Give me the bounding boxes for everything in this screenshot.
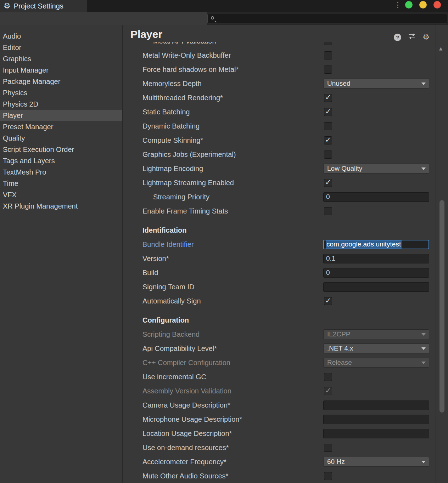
sidebar-item-package-manager[interactable]: Package Manager bbox=[0, 76, 122, 87]
field-value: com.google.ads.unitytest bbox=[326, 240, 402, 249]
sidebar-item-physics[interactable]: Physics bbox=[0, 87, 122, 98]
sidebar-item-player[interactable]: Player bbox=[0, 110, 122, 121]
location-usage-description-field[interactable] bbox=[323, 429, 429, 438]
settings-row: Streaming Priority0 bbox=[123, 190, 435, 204]
settings-row: Multithreaded Rendering* bbox=[123, 91, 435, 105]
kebab-menu-icon[interactable]: ⋮ bbox=[394, 1, 402, 9]
traffic-light-yellow[interactable] bbox=[419, 1, 427, 8]
dropdown-value: .NET 4.x bbox=[327, 345, 353, 352]
traffic-light-red[interactable] bbox=[433, 1, 441, 8]
scrollbar-thumb[interactable] bbox=[439, 200, 444, 413]
static-batching-checkbox[interactable] bbox=[324, 108, 332, 116]
panel-gear-icon[interactable]: ⚙ bbox=[422, 33, 430, 41]
setting-control bbox=[323, 105, 429, 119]
signing-team-id-field[interactable] bbox=[323, 282, 429, 292]
dropdown-value: 60 Hz bbox=[327, 458, 345, 466]
search-input[interactable] bbox=[217, 14, 444, 23]
section-header-identification: Identification bbox=[123, 223, 435, 237]
sidebar-item-editor[interactable]: Editor bbox=[0, 42, 122, 53]
window-controls bbox=[405, 1, 441, 8]
sidebar-item-time[interactable]: Time bbox=[0, 178, 122, 189]
sidebar-item-quality[interactable]: Quality bbox=[0, 132, 122, 144]
microphone-usage-description-field[interactable] bbox=[323, 415, 429, 424]
setting-label: Use incremental GC bbox=[142, 373, 206, 381]
settings-row: Microphone Usage Description* bbox=[123, 412, 435, 426]
multithreaded-rendering-checkbox[interactable] bbox=[324, 94, 332, 102]
dropdown-value: Unused bbox=[327, 80, 351, 87]
force-hard-shadows-on-metal-checkbox[interactable] bbox=[324, 66, 332, 74]
setting-label: Graphics Jobs (Experimental) bbox=[142, 150, 236, 159]
settings-row: Accelerometer Frequency*60 Hz bbox=[123, 455, 435, 469]
setting-control: Unused bbox=[323, 76, 429, 91]
sidebar-item-physics-2d[interactable]: Physics 2D bbox=[0, 98, 122, 110]
traffic-light-green[interactable] bbox=[405, 1, 413, 8]
sidebar-item-vfx[interactable]: VFX bbox=[0, 189, 122, 200]
setting-label: Version* bbox=[142, 255, 169, 263]
settings-rows: Metal API ValidationMetal Write-Only Bac… bbox=[123, 42, 435, 483]
build-field[interactable]: 0 bbox=[323, 268, 429, 278]
enable-frame-timing-stats-checkbox[interactable] bbox=[324, 207, 332, 215]
graphics-jobs-experimental-checkbox[interactable] bbox=[324, 150, 332, 159]
settings-row: Assembly Version Validation bbox=[123, 384, 435, 398]
setting-label: Scripting Backend bbox=[142, 330, 200, 339]
setting-control: .NET 4.x bbox=[323, 341, 429, 356]
help-icon[interactable]: ? bbox=[394, 34, 401, 41]
window-tab-project-settings[interactable]: ⚙ Project Settings bbox=[0, 0, 87, 12]
setting-label: Bundle Identifier bbox=[142, 240, 194, 249]
setting-control: Low Quality bbox=[323, 161, 429, 176]
presets-icon[interactable] bbox=[408, 33, 415, 41]
mute-other-audio-sources-checkbox[interactable] bbox=[324, 472, 332, 480]
sidebar-item-graphics[interactable]: Graphics bbox=[0, 53, 122, 64]
chevron-down-icon bbox=[421, 362, 426, 364]
sidebar-item-tags-and-layers[interactable]: Tags and Layers bbox=[0, 155, 122, 166]
search-box[interactable] bbox=[207, 14, 447, 23]
setting-control bbox=[323, 48, 429, 62]
settings-row: Build0 bbox=[123, 266, 435, 280]
lightmap-encoding-dropdown[interactable]: Low Quality bbox=[323, 164, 429, 174]
api-compatibility-level-dropdown[interactable]: .NET 4.x bbox=[323, 343, 429, 353]
chevron-down-icon bbox=[421, 461, 426, 463]
setting-control: 60 Hz bbox=[323, 455, 429, 469]
vertical-scrollbar[interactable]: ▲ bbox=[436, 25, 448, 483]
settings-row: Location Usage Description* bbox=[123, 426, 435, 441]
panel-header: Player ? ⚙ bbox=[123, 25, 435, 42]
settings-category-sidebar: AudioEditorGraphicsInput ManagerPackage … bbox=[0, 25, 123, 483]
settings-row: Mute Other Audio Sources* bbox=[123, 469, 435, 483]
scroll-up-arrow-icon[interactable]: ▲ bbox=[439, 46, 442, 51]
assembly-version-validation-checkbox bbox=[324, 387, 332, 395]
setting-label: Assembly Version Validation bbox=[142, 387, 231, 395]
sidebar-item-script-execution-order[interactable]: Script Execution Order bbox=[0, 144, 122, 155]
bundle-identifier-field[interactable]: com.google.ads.unitytest bbox=[323, 240, 429, 249]
search-icon bbox=[211, 16, 214, 19]
sidebar-item-preset-manager[interactable]: Preset Manager bbox=[0, 121, 122, 132]
memoryless-depth-dropdown[interactable]: Unused bbox=[323, 79, 429, 89]
settings-row: Memoryless DepthUnused bbox=[123, 76, 435, 91]
use-incremental-gc-checkbox[interactable] bbox=[324, 373, 332, 381]
sidebar-item-input-manager[interactable]: Input Manager bbox=[0, 64, 122, 76]
streaming-priority-field[interactable]: 0 bbox=[323, 192, 429, 202]
setting-control bbox=[323, 91, 429, 105]
setting-label: Microphone Usage Description* bbox=[142, 415, 242, 424]
use-on-demand-resources-checkbox[interactable] bbox=[324, 444, 332, 452]
dynamic-batching-checkbox[interactable] bbox=[324, 122, 332, 130]
metal-write-only-backbuffer-checkbox[interactable] bbox=[324, 51, 332, 59]
lightmap-streaming-enabled-checkbox[interactable] bbox=[324, 179, 332, 187]
automatically-sign-checkbox[interactable] bbox=[324, 297, 332, 305]
setting-control: 0.1 bbox=[323, 251, 429, 266]
setting-label: Lightmap Encoding bbox=[142, 165, 203, 173]
compute-skinning-checkbox[interactable] bbox=[324, 136, 332, 144]
sidebar-item-audio[interactable]: Audio bbox=[0, 30, 122, 42]
camera-usage-description-field[interactable] bbox=[323, 400, 429, 410]
settings-row: Camera Usage Description* bbox=[123, 398, 435, 412]
chevron-down-icon bbox=[421, 347, 426, 350]
version-field[interactable]: 0.1 bbox=[323, 254, 429, 263]
metal-api-validation-checkbox[interactable] bbox=[324, 42, 332, 45]
c-compiler-configuration-dropdown: Release bbox=[323, 358, 429, 368]
setting-control bbox=[323, 370, 429, 384]
sidebar-item-xr-plugin-management[interactable]: XR Plugin Management bbox=[0, 200, 122, 212]
accelerometer-frequency-dropdown[interactable]: 60 Hz bbox=[323, 457, 429, 467]
toolbar bbox=[0, 12, 448, 25]
sidebar-item-textmesh-pro[interactable]: TextMesh Pro bbox=[0, 166, 122, 178]
settings-row: Graphics Jobs (Experimental) bbox=[123, 147, 435, 161]
setting-control bbox=[323, 42, 429, 48]
